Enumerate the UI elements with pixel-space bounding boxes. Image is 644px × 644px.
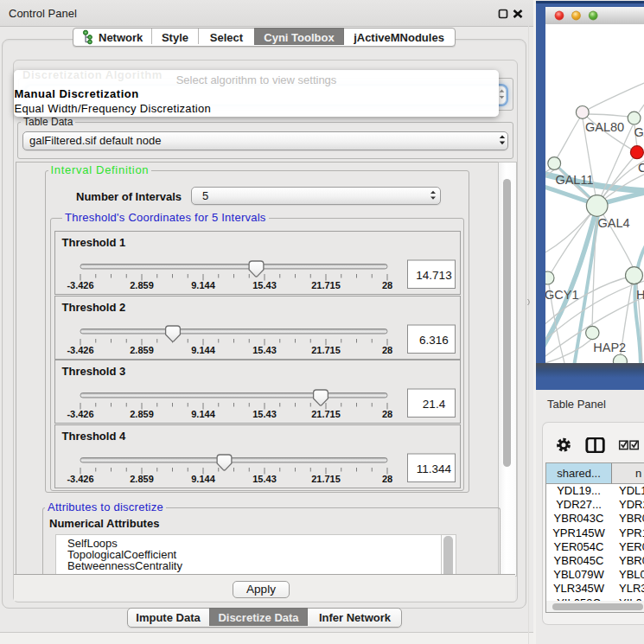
svg-text:21.715: 21.715 (311, 474, 341, 484)
svg-text:28: 28 (382, 280, 392, 290)
svg-text:15.43: 15.43 (252, 345, 277, 355)
svg-text:H: H (636, 287, 644, 301)
svg-text:15.43: 15.43 (252, 474, 277, 484)
svg-text:Threshold 2: Threshold 2 (62, 301, 126, 314)
svg-text:-3.426: -3.426 (67, 474, 93, 484)
svg-text:11.344: 11.344 (417, 462, 452, 475)
svg-text:21.715: 21.715 (311, 345, 341, 355)
svg-text:Threshold 3: Threshold 3 (62, 365, 126, 378)
svg-text:-3.426: -3.426 (67, 345, 93, 355)
svg-text:15.43: 15.43 (252, 409, 277, 419)
svg-text:CD: CD (638, 161, 644, 175)
svg-text:28: 28 (382, 474, 392, 484)
svg-text:2.859: 2.859 (130, 409, 154, 419)
svg-text:21.715: 21.715 (311, 280, 341, 290)
svg-text:GCY1: GCY1 (545, 287, 579, 301)
svg-text:15.43: 15.43 (252, 280, 277, 290)
svg-text:GAL4: GAL4 (598, 216, 630, 230)
svg-text:2.859: 2.859 (130, 474, 154, 484)
svg-text:-3.426: -3.426 (67, 409, 93, 419)
svg-text:28: 28 (382, 409, 392, 419)
svg-text:9.144: 9.144 (191, 280, 215, 290)
svg-text:2.859: 2.859 (130, 345, 154, 355)
svg-text:6.316: 6.316 (419, 333, 449, 346)
svg-text:GAL80: GAL80 (585, 119, 624, 133)
svg-text:GA: GA (634, 125, 644, 139)
svg-text:2.859: 2.859 (130, 280, 154, 290)
svg-text:9.144: 9.144 (191, 409, 215, 419)
svg-text:9.144: 9.144 (191, 345, 215, 355)
svg-text:28: 28 (382, 345, 392, 355)
svg-text:HAP2: HAP2 (593, 341, 626, 354)
svg-text:9.144: 9.144 (191, 474, 215, 484)
svg-text:Threshold 4: Threshold 4 (62, 430, 126, 443)
svg-text:14.713: 14.713 (416, 269, 451, 282)
svg-text:21.715: 21.715 (311, 409, 341, 419)
svg-text:GAL11: GAL11 (555, 172, 593, 186)
svg-text:-3.426: -3.426 (67, 280, 93, 290)
svg-text:21.4: 21.4 (423, 398, 446, 411)
svg-text:Threshold 1: Threshold 1 (62, 236, 126, 249)
